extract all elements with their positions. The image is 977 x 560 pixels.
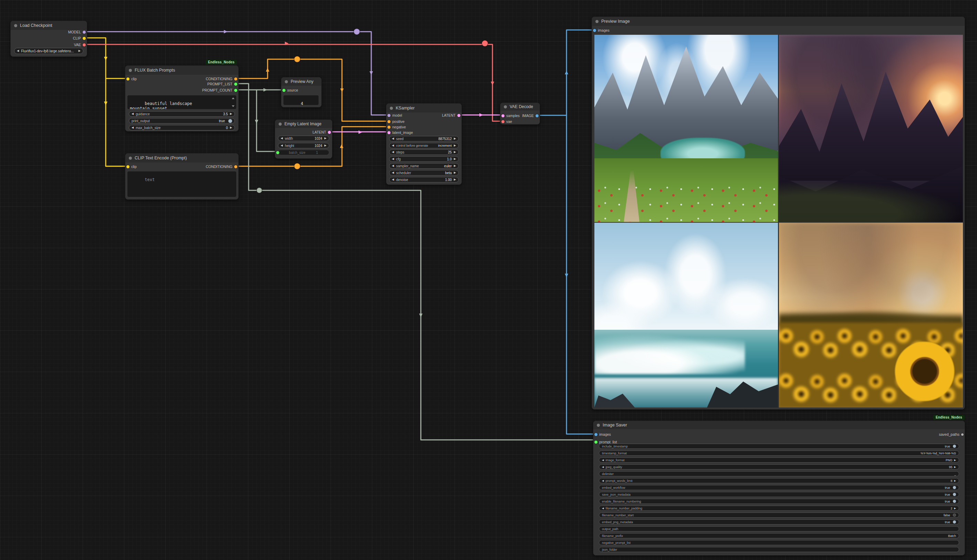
collapse-dot-icon[interactable] [14,24,17,27]
prev-value-icon[interactable]: ◀ [392,172,394,174]
cfg-widget[interactable]: ◀ cfg 1.0 ▶ [389,156,459,162]
decrement-icon[interactable]: ◀ [602,480,604,482]
toggle-off-icon[interactable] [953,513,956,517]
next-value-icon[interactable]: ▶ [454,172,456,174]
delimiter-widget[interactable]: delimiter _ [599,471,959,477]
prompts-textarea[interactable]: beautiful landscape mountain sunset ocea… [127,95,236,109]
embed-png-metadata-widget[interactable]: embed_png_metadata true [599,519,959,525]
collapse-dot-icon[interactable] [285,80,288,83]
node-image-saver[interactable]: Endless_Nodes Image Saver images prompt_… [593,421,965,555]
output-conditioning[interactable]: CONDITIONING [205,77,237,81]
increment-icon[interactable]: ▶ [454,137,456,140]
output-latent[interactable]: LATENT [442,113,461,118]
node-title-bar[interactable]: Image Saver [593,421,965,429]
reroute-dot-conditioning2[interactable] [294,163,300,169]
node-clip-text-encode[interactable]: CLIP Text Encode (Prompt) clip CONDITION… [125,153,239,200]
node-title-bar[interactable]: KSampler [386,103,461,113]
steps-widget[interactable]: ◀ steps 25 ▶ [389,149,459,155]
denoise-widget[interactable]: ◀ denoise 1.00 ▶ [389,177,459,182]
decrement-icon[interactable]: ◀ [132,126,134,129]
toggle-on-icon[interactable] [953,486,956,489]
prev-value-icon[interactable]: ◀ [392,165,394,167]
increment-icon[interactable]: ▶ [454,158,456,160]
filename-number-padding-widget[interactable]: ◀ filename_number_padding 2 ▶ [599,506,959,511]
scroll-up-icon[interactable] [232,97,234,99]
batch-size-widget[interactable]: batch_size 1 [278,150,329,155]
filename-prefix-widget[interactable]: filename_prefix Batch [599,533,959,538]
save-json-metadata-widget[interactable]: save_json_metadata true [599,492,959,497]
increment-icon[interactable]: ▶ [454,178,456,181]
node-preview-image[interactable]: Preview Image images [592,17,965,410]
next-value-icon[interactable]: ▶ [454,165,456,167]
scroll-down-icon[interactable] [232,105,234,107]
decrement-icon[interactable]: ◀ [281,137,283,140]
node-empty-latent-image[interactable]: Empty Latent Image LATENT ◀ width 1024 ▶… [275,120,332,159]
input-model[interactable]: model [387,113,402,118]
node-title-bar[interactable]: FLUX Batch Prompts [125,66,238,75]
increment-icon[interactable]: ▶ [954,480,956,482]
increment-icon[interactable]: ▶ [230,126,232,129]
ckpt-name-combo[interactable]: ◀ Flux\flux1-dev-fp8.large.safetens... ▶ [14,48,84,54]
reroute-dot-prompt-list[interactable] [257,188,262,193]
input-source[interactable]: source [282,88,298,93]
node-graph-canvas[interactable]: Load Checkpoint MODEL CLIP VAE ◀ Flux\fl… [0,0,977,560]
input-clip[interactable]: clip [126,77,137,81]
decrement-icon[interactable]: ◀ [392,137,394,140]
output-prompt-list[interactable]: PROMPT_LIST [207,82,237,87]
node-title-bar[interactable]: Empty Latent Image [275,120,332,128]
node-title-bar[interactable]: CLIP Text Encode (Prompt) [125,153,238,162]
node-ksampler[interactable]: KSampler model positive negative latent_… [386,103,462,185]
node-title-bar[interactable]: VAE Decode [500,103,539,110]
toggle-on-icon[interactable] [228,119,232,123]
print-output-widget[interactable]: print_output true [129,118,235,123]
next-value-icon[interactable]: ▶ [954,459,956,461]
decrement-icon[interactable]: ◀ [132,113,134,115]
collapse-dot-icon[interactable] [390,107,393,110]
node-preview-any[interactable]: Preview Any source 4 [281,77,322,107]
prev-value-icon[interactable]: ◀ [602,459,604,461]
input-latent-image[interactable]: latent_image [387,130,413,135]
toggle-on-icon[interactable] [953,500,956,503]
reroute-dot-model[interactable] [354,28,360,35]
seed-widget[interactable]: ◀ seed 8875312 ▶ [389,136,459,142]
guidance-widget[interactable]: ◀ guidance 3.5 ▶ [129,111,235,117]
node-title-bar[interactable]: Preview Any [281,77,321,86]
increment-icon[interactable]: ▶ [954,466,956,468]
reroute-dot-vae[interactable] [482,40,488,47]
collapse-dot-icon[interactable] [597,424,600,427]
input-samples[interactable]: samples [501,113,519,118]
jpeg-quality-widget[interactable]: ◀ jpeg_quality 95 ▶ [599,464,959,470]
increment-icon[interactable]: ▶ [324,144,326,147]
input-negative[interactable]: negative [387,125,406,129]
enable-filename-numbering-widget[interactable]: enable_filename_numbering true [599,499,959,504]
output-latent[interactable]: LATENT [313,130,331,135]
node-title-bar[interactable]: Load Checkpoint [11,21,87,30]
negative-prompt-list-widget[interactable]: negative_prompt_list [599,540,959,545]
increment-icon[interactable]: ▶ [454,144,456,147]
decrement-icon[interactable]: ◀ [392,151,394,153]
prompt-words-limit-widget[interactable]: ◀ prompt_words_limit 8 ▶ [599,478,959,483]
timestamp-format-widget[interactable]: timestamp_format %Y-%m-%d_%H-%M-%S [599,450,959,456]
include-timestamp-widget[interactable]: include_timestamp true [599,444,959,449]
collapse-dot-icon[interactable] [129,69,132,72]
decrement-icon[interactable]: ◀ [392,144,394,147]
node-vae-decode[interactable]: VAE Decode samples vae IMAGE [500,103,540,125]
node-load-checkpoint[interactable]: Load Checkpoint MODEL CLIP VAE ◀ Flux\fl… [10,21,87,57]
decrement-icon[interactable]: ◀ [392,158,394,160]
next-value-icon[interactable]: ▶ [78,50,80,52]
input-images[interactable]: images [595,432,611,437]
input-vae[interactable]: vae [501,119,512,124]
output-conditioning[interactable]: CONDITIONING [205,164,237,169]
node-flux-batch-prompts[interactable]: Endless_Nodes FLUX Batch Prompts clip CO… [125,65,239,132]
decrement-icon[interactable]: ◀ [602,507,604,509]
json-folder-widget[interactable]: json_folder [599,547,959,552]
input-clip[interactable]: clip [126,164,137,169]
decrement-icon[interactable]: ◀ [281,144,283,147]
decrement-icon[interactable]: ◀ [392,178,394,181]
toggle-on-icon[interactable] [953,493,956,496]
collapse-dot-icon[interactable] [504,105,507,108]
output-image[interactable]: IMAGE [522,113,539,118]
text-textarea[interactable]: text [127,172,236,197]
scheduler-widget[interactable]: ◀ scheduler beta ▶ [389,170,459,175]
output-clip[interactable]: CLIP [73,36,86,41]
